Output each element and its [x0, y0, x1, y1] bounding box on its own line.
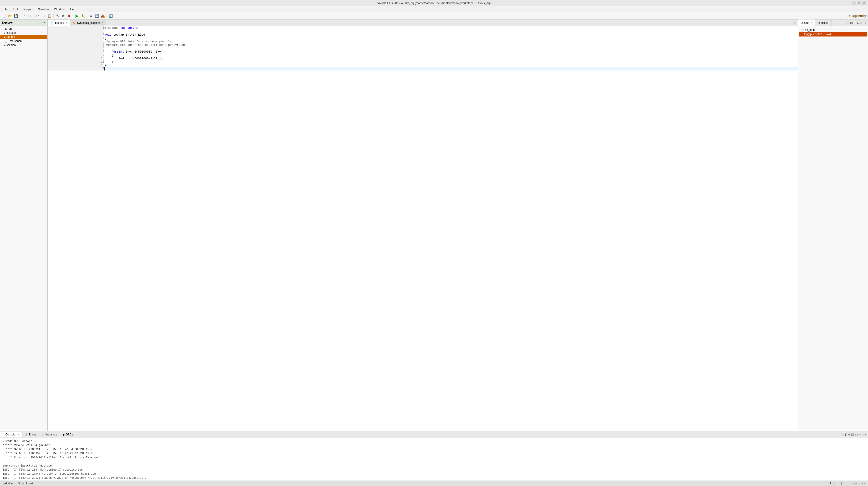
menu-window[interactable]: Window	[53, 7, 65, 11]
line-content[interactable]: void top(ap_int<1> &led)	[104, 33, 798, 36]
title-bar: Vivado HLS 2017.4 - hls_prj (/home/carso…	[0, 0, 868, 6]
new-button[interactable]: 📄	[1, 13, 7, 19]
tab-console[interactable]: > Console ✕	[0, 432, 23, 437]
menu-help[interactable]: Help	[69, 7, 77, 11]
close-button[interactable]: ✕	[862, 1, 866, 5]
line-content[interactable]: for(int i=0; i<50000000; i++)	[104, 50, 798, 54]
copy-button[interactable]: ⎘	[41, 13, 46, 19]
menu-bar: File Edit Project Solution Window Help	[0, 6, 868, 12]
open-button[interactable]: 📂	[7, 13, 13, 19]
bottom-ctrl-3[interactable]: ⊕	[848, 433, 850, 436]
bottom-panel-controls: ⬜ ◧ ⊕ ◫ ↓ ↑ ─ □ ✕	[839, 433, 868, 436]
line-content[interactable]	[104, 67, 798, 70]
right-panel-icon-5[interactable]: ≡	[860, 21, 862, 25]
analysis-perspective-button[interactable]: Analysis	[861, 13, 867, 19]
tree-item-testbench[interactable]: 📄 Test Bench	[0, 39, 48, 43]
build-button[interactable]: 🔨	[55, 13, 60, 19]
bottom-ctrl-5[interactable]: ↓	[855, 433, 856, 436]
minimize-editor-icon[interactable]: ─	[789, 21, 793, 25]
right-panel-minimize[interactable]: ─	[863, 21, 865, 25]
tab-close-icon[interactable]: ✕	[101, 21, 103, 24]
bottom-ctrl-6[interactable]: ↑	[857, 433, 858, 436]
line-content[interactable]: }	[104, 64, 798, 67]
tab-icon: 📄	[50, 21, 54, 25]
bottom-ctrl-1[interactable]: ⬜	[840, 433, 844, 436]
line-content[interactable]: }	[104, 60, 798, 64]
line-content[interactable]	[104, 30, 798, 33]
function-icon: ◉	[800, 32, 803, 36]
code-table: 1 #include <ap_int.h> 2 3 void top(ap_in…	[48, 26, 798, 70]
explorer-collapse-icon[interactable]: ⬜	[38, 21, 42, 24]
maximize-editor-icon[interactable]: □	[794, 21, 797, 25]
console-tab-close[interactable]: ✕	[18, 433, 20, 436]
outline-close-icon[interactable]: ✕	[810, 21, 812, 24]
clean-button[interactable]: 🗑	[61, 13, 66, 19]
maximize-button[interactable]: □	[857, 1, 861, 5]
run-button[interactable]: ▶	[74, 13, 80, 19]
tree-label: Source	[6, 35, 15, 38]
right-panel-maximize[interactable]: □	[865, 21, 867, 25]
save-button[interactable]: 💾	[13, 13, 19, 19]
right-panel-icon-2[interactable]: ◧	[850, 21, 853, 25]
tab-errors[interactable]: ⚠ Errors	[23, 432, 39, 437]
status-bar: Writable Smart Insert 13 : 1 ⋮ ©2017 Xil…	[0, 481, 868, 486]
line-content[interactable]	[104, 47, 798, 50]
redo-button[interactable]: ↪	[27, 13, 32, 19]
line-content[interactable]: {	[104, 36, 798, 40]
bottom-close[interactable]: ✕	[864, 433, 867, 436]
bottom-ctrl-2[interactable]: ◧	[845, 433, 847, 436]
menu-solution[interactable]: Solution	[37, 7, 50, 11]
explorer-close-icon[interactable]: ✕	[43, 21, 45, 24]
stop-button[interactable]: ■	[66, 13, 72, 19]
paste-button[interactable]: 📋	[47, 13, 52, 19]
bottom-maximize[interactable]: □	[862, 433, 864, 436]
right-panel-icon-4[interactable]: ⊕	[857, 21, 859, 25]
menu-edit[interactable]: Edit	[12, 7, 19, 11]
tree-item-solution[interactable]: ▸ solution	[0, 43, 48, 47]
tab-directive[interactable]: Directive	[815, 20, 832, 26]
export-button[interactable]: 📤	[100, 13, 105, 19]
code-line-13: 13	[48, 67, 798, 70]
line-content[interactable]: #include <ap_int.h>	[104, 26, 798, 30]
bottom-minimize[interactable]: ─	[859, 433, 861, 436]
cosim-button[interactable]: 🔄	[94, 13, 99, 19]
right-panel-icon-1[interactable]: ⬜	[846, 21, 849, 25]
menu-project[interactable]: Project	[23, 7, 33, 11]
refresh-button[interactable]: 🔃	[108, 13, 113, 19]
synth-button[interactable]: ⚙	[88, 13, 94, 19]
tab-drcs[interactable]: ◆ DRCs	[60, 432, 76, 437]
bottom-ctrl-4[interactable]: ◫	[851, 433, 854, 436]
code-editor[interactable]: 1 #include <ap_int.h> 2 3 void top(ap_in…	[48, 26, 798, 431]
errors-tab-label: Errors	[29, 433, 36, 436]
line-number: 12	[48, 64, 104, 67]
outline-item-ap-int-h[interactable]: 📄 ap_int.h	[799, 28, 867, 32]
tab-close-icon[interactable]: ✕	[65, 21, 67, 24]
code-line-4: 4 {	[48, 36, 798, 40]
line-content[interactable]: #pragma HLS interface ap_ctrl_none port=…	[104, 43, 798, 47]
xilinx-logo: ©2017 Xilinx	[851, 482, 865, 485]
line-content[interactable]: {	[104, 54, 798, 57]
tab-top-cpp[interactable]: 📄 top.cpp ✕	[48, 21, 70, 26]
status-more-icon[interactable]: ⋮	[840, 482, 843, 485]
tree-item-source[interactable]: ▸ Source	[0, 35, 48, 39]
file-icon: 📄	[4, 40, 7, 43]
tree-item-hls-prj[interactable]: ▸ hls_prj	[0, 27, 48, 31]
console-blank-1	[3, 460, 865, 464]
tree-item-includes[interactable]: ▸ Includes	[0, 31, 48, 35]
minimize-button[interactable]: ─	[852, 1, 856, 5]
tab-outline[interactable]: Outline ✕	[798, 20, 815, 26]
outline-label: Outline	[801, 21, 809, 25]
tab-synthesis[interactable]: ⚙ Synthesis(solution) ✕	[70, 21, 106, 25]
toolbar-separator-6	[106, 13, 107, 18]
undo-button[interactable]: ↩	[21, 13, 27, 19]
tab-warnings[interactable]: ⚠ Warnings	[39, 432, 60, 437]
line-number: 5	[48, 40, 104, 43]
cut-button[interactable]: ✂	[35, 13, 40, 19]
line-content[interactable]: #pragma HLS interface ap_none port=led	[104, 40, 798, 43]
debug-button[interactable]: 🐛	[80, 13, 86, 19]
drcs-tab-label: DRCs	[66, 433, 73, 436]
outline-item-top-func[interactable]: ◉ top(ap_int<1>&) : void	[799, 32, 867, 36]
menu-file[interactable]: File	[2, 7, 8, 11]
line-content[interactable]: led = (i<50000000/2)?0:1;	[104, 57, 798, 60]
right-panel-icon-3[interactable]: ◫	[854, 21, 856, 25]
